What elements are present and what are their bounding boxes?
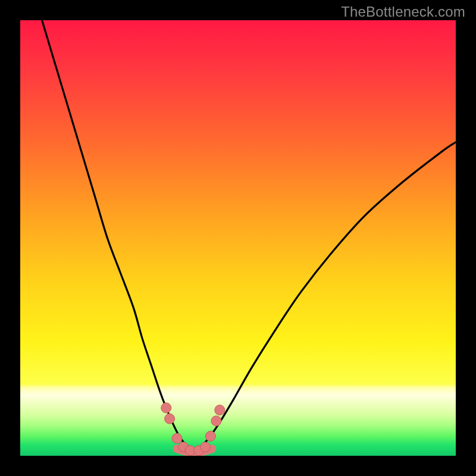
chart-frame: TheBottleneck.com — [0, 0, 476, 476]
data-marker — [205, 431, 215, 441]
watermark-text: TheBottleneck.com — [341, 4, 465, 20]
data-marker — [161, 403, 171, 413]
left-curve — [42, 20, 186, 445]
data-marker — [201, 442, 211, 452]
data-marker — [215, 405, 225, 415]
curves-layer — [20, 20, 456, 456]
data-marker — [211, 416, 221, 426]
right-curve — [203, 142, 456, 445]
data-marker — [172, 433, 182, 443]
data-marker — [165, 414, 175, 424]
plot-area — [20, 20, 456, 456]
